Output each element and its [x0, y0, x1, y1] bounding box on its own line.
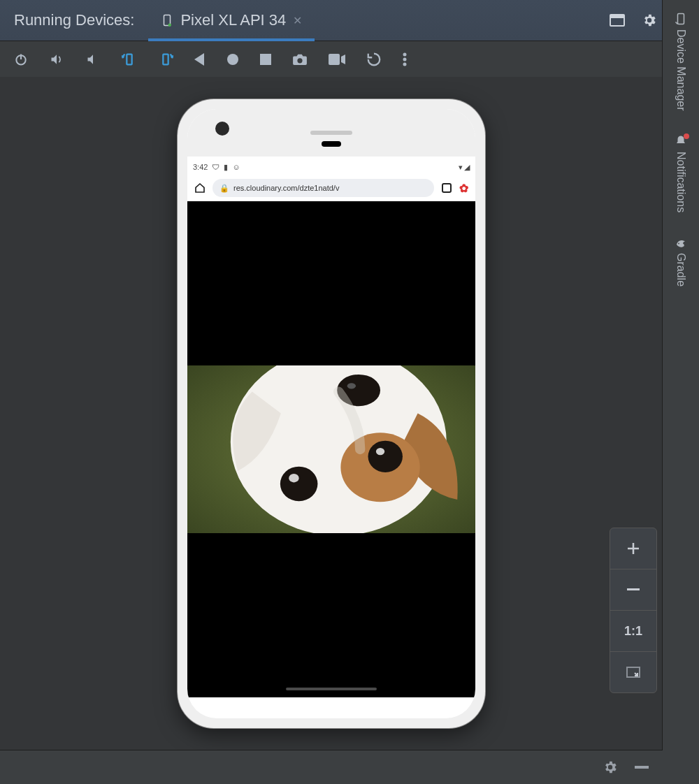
overview-icon[interactable] [260, 54, 271, 65]
device-screen[interactable]: 3:42 🛡 ▮ ☺ ▾ ◢ 🔒 res.cloudinary.com/dzte… [187, 159, 475, 697]
device-frame: 3:42 🛡 ▮ ☺ ▾ ◢ 🔒 res.cloudinary.com/dzte… [178, 99, 485, 728]
snapshot-icon[interactable] [366, 52, 382, 67]
earpiece [310, 131, 352, 135]
status-time: 3:42 [193, 163, 208, 171]
wifi-icon: ▾ [459, 163, 463, 172]
svg-point-25 [347, 383, 356, 389]
phone-icon [161, 14, 173, 27]
chrome-toolbar: 🔒 res.cloudinary.com/dzte1natd/v ✿ [187, 175, 475, 201]
status-debug-icon: ☺ [232, 163, 240, 171]
footer-settings-icon[interactable] [603, 760, 618, 775]
back-icon[interactable] [194, 53, 206, 66]
zoom-controls: 1:1 [610, 528, 657, 693]
svg-point-31 [678, 242, 679, 244]
svg-rect-32 [635, 766, 649, 769]
footer-minimize-icon[interactable] [635, 766, 649, 769]
rotate-left-icon[interactable] [122, 52, 137, 67]
gradle-tab[interactable]: Gradle [675, 236, 687, 286]
close-tab-icon[interactable]: ✕ [293, 14, 302, 27]
svg-point-14 [403, 58, 407, 61]
settings-icon[interactable] [642, 13, 657, 28]
rotate-right-icon[interactable] [158, 52, 173, 67]
chrome-home-icon[interactable] [194, 182, 206, 194]
volume-up-icon[interactable] [49, 52, 64, 66]
svg-point-15 [403, 63, 407, 66]
svg-rect-3 [610, 15, 624, 18]
zoom-in-button[interactable] [610, 528, 656, 569]
svg-rect-10 [260, 54, 271, 65]
volume-down-icon[interactable] [85, 52, 101, 66]
zoom-fit-button[interactable] [610, 651, 656, 692]
svg-point-23 [376, 448, 384, 455]
record-icon[interactable] [329, 54, 345, 65]
notifications-label: Notifications [675, 152, 687, 212]
nav-home-bar[interactable] [286, 688, 377, 690]
device-manager-label: Device Manager [675, 29, 687, 111]
svg-rect-30 [678, 14, 684, 24]
status-shield-icon: 🛡 [212, 163, 219, 171]
svg-point-13 [403, 53, 407, 57]
device-manager-tab[interactable]: Device Manager [675, 13, 687, 111]
window-mode-icon[interactable] [610, 14, 625, 27]
running-devices-header: Running Devices: Pixel XL API 34 ✕ [0, 0, 699, 41]
gradle-label: Gradle [675, 253, 687, 286]
svg-point-21 [289, 474, 298, 482]
url-text: res.cloudinary.com/dzte1natd/v [233, 184, 339, 192]
zoom-out-button[interactable] [610, 569, 656, 610]
svg-point-22 [368, 441, 403, 472]
notifications-tab[interactable]: Notifications [675, 135, 687, 212]
front-camera [215, 122, 229, 136]
svg-point-1 [168, 24, 172, 27]
android-status-bar: 3:42 🛡 ▮ ☺ ▾ ◢ [187, 159, 475, 175]
svg-point-11 [297, 58, 302, 63]
svg-rect-28 [627, 588, 640, 590]
lock-icon: 🔒 [219, 184, 229, 193]
svg-rect-12 [329, 54, 340, 65]
device-manager-icon [675, 13, 687, 25]
chrome-menu-icon[interactable]: ✿ [459, 182, 468, 195]
notification-dot-icon [684, 133, 689, 139]
chrome-tabs-icon[interactable] [441, 182, 452, 194]
emulator-viewport: 3:42 🛡 ▮ ☺ ▾ ◢ 🔒 res.cloudinary.com/dzte… [0, 77, 663, 750]
svg-rect-7 [127, 55, 131, 65]
power-icon[interactable] [14, 52, 28, 66]
device-tab-label: Pixel XL API 34 [180, 11, 286, 29]
right-tool-strip: Device Manager Notifications Gradle [662, 0, 699, 784]
displayed-image [187, 365, 475, 533]
panel-footer [0, 750, 663, 784]
status-battery-icon: ▮ [224, 163, 228, 172]
header-title: Running Devices: [0, 11, 148, 29]
svg-rect-16 [442, 184, 451, 192]
svg-point-9 [227, 54, 238, 65]
more-icon[interactable] [403, 52, 407, 66]
svg-point-20 [280, 467, 318, 501]
home-icon[interactable] [226, 53, 239, 66]
device-tab-pixel[interactable]: Pixel XL API 34 ✕ [148, 0, 315, 41]
signal-icon: ◢ [464, 163, 470, 172]
device-bezel-top [187, 109, 475, 157]
svg-rect-8 [163, 55, 168, 65]
emulator-toolbar [0, 41, 699, 78]
screenshot-icon[interactable] [292, 53, 308, 66]
sensor-pill [322, 141, 341, 147]
zoom-actual-button[interactable]: 1:1 [610, 610, 656, 651]
gradle-icon [675, 236, 687, 249]
page-content[interactable] [187, 201, 475, 697]
chrome-url-bar[interactable]: 🔒 res.cloudinary.com/dzte1natd/v [212, 179, 434, 197]
